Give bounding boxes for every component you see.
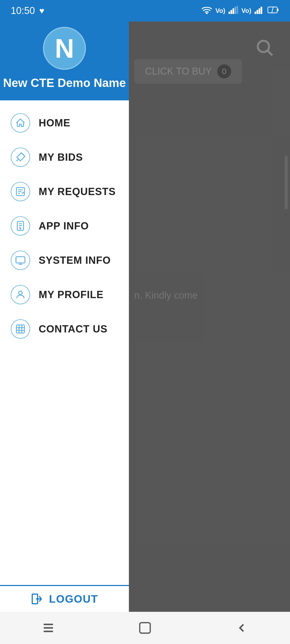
my-bids-icon-circle <box>11 148 30 167</box>
sidebar-item-home-label: HOME <box>39 117 70 129</box>
system-info-icon-circle <box>11 251 30 270</box>
sidebar-item-system-info[interactable]: SYSTEM INFO <box>0 243 129 277</box>
svg-rect-5 <box>233 8 234 14</box>
app-info-icon-circle <box>11 216 30 236</box>
svg-rect-8 <box>255 12 256 14</box>
sidebar-item-contact-us[interactable]: CONTACT US <box>0 312 129 346</box>
svg-rect-9 <box>257 10 258 14</box>
sidebar-item-app-info-label: APP INFO <box>39 220 89 232</box>
lte1-icon: Vo) <box>215 7 225 14</box>
avatar: N <box>43 27 86 70</box>
nav-bar <box>0 612 290 644</box>
sidebar-item-my-profile-label: MY PROFILE <box>39 289 104 301</box>
svg-rect-7 <box>237 6 238 14</box>
svg-rect-26 <box>16 257 25 263</box>
logout-bar[interactable]: LOGOUT <box>0 585 129 612</box>
wifi-icon <box>201 6 212 16</box>
svg-rect-40 <box>140 623 150 633</box>
svg-rect-11 <box>261 7 262 14</box>
svg-rect-3 <box>229 12 230 14</box>
battery-icon <box>267 6 279 16</box>
sidebar-item-my-profile[interactable]: MY PROFILE <box>0 277 129 312</box>
sidebar-item-my-bids[interactable]: MY BIDS <box>0 140 129 174</box>
drawer-overlay[interactable] <box>129 0 290 612</box>
svg-rect-6 <box>235 7 236 14</box>
nav-bar-menu-button[interactable] <box>35 614 62 641</box>
lte2-icon: Vo) <box>241 7 251 14</box>
home-icon-circle <box>11 113 30 133</box>
sidebar-item-contact-us-label: CONTACT US <box>39 323 107 335</box>
user-name: New CTE Demo Name <box>3 76 126 90</box>
heart-icon: ♥ <box>39 6 44 16</box>
svg-point-29 <box>19 291 22 295</box>
sidebar-item-system-info-label: SYSTEM INFO <box>39 255 111 266</box>
sidebar-item-home[interactable]: HOME <box>0 106 129 140</box>
svg-rect-4 <box>231 10 232 14</box>
my-requests-icon-circle <box>11 182 30 201</box>
logout-label: LOGOUT <box>49 593 98 605</box>
nav-bar-back-button[interactable] <box>228 614 255 641</box>
svg-line-15 <box>21 153 24 155</box>
avatar-letter: N <box>55 33 74 64</box>
svg-line-16 <box>16 159 19 161</box>
svg-rect-13 <box>277 9 278 11</box>
signal1-icon <box>229 6 238 16</box>
svg-rect-10 <box>259 8 260 14</box>
svg-point-2 <box>206 13 207 14</box>
logout-icon <box>31 592 44 605</box>
sidebar-item-my-bids-label: MY BIDS <box>39 152 83 163</box>
nav-list: HOME MY BIDS <box>0 100 129 593</box>
svg-rect-30 <box>16 325 24 333</box>
sidebar-item-my-requests-label: MY REQUESTS <box>39 186 116 197</box>
nav-bar-home-button[interactable] <box>132 614 158 641</box>
signal2-icon <box>255 6 264 16</box>
my-profile-icon-circle <box>11 285 30 304</box>
sidebar-item-my-requests[interactable]: MY REQUESTS <box>0 174 129 209</box>
status-time: 10:50 <box>11 5 35 16</box>
contact-us-icon-circle <box>11 319 30 339</box>
status-bar: 10:50 ♥ Vo) Vo) <box>0 0 290 21</box>
svg-point-25 <box>20 228 21 229</box>
sidebar-drawer: N New CTE Demo Name HOME <box>0 0 129 612</box>
sidebar-item-app-info[interactable]: APP INFO <box>0 209 129 243</box>
svg-line-14 <box>272 6 273 13</box>
